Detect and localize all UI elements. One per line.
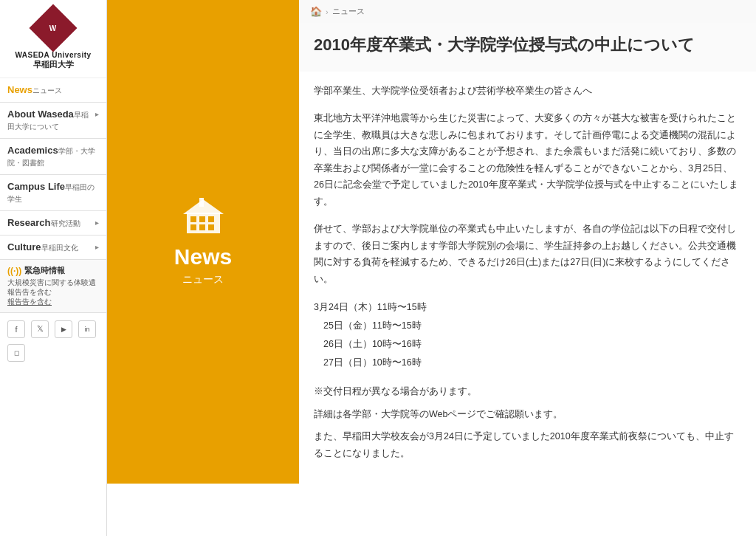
nav-item-en-3: Campus Life: [7, 181, 65, 192]
sidebar-item-about-waseda[interactable]: ▸About Waseda早稲田大学について: [0, 103, 106, 139]
sidebar-item-culture[interactable]: ▸Culture早稲田文化: [0, 236, 106, 260]
note2: 詳細は各学部・大学院等のWebページでご確認願います。: [314, 406, 741, 423]
sidebar: W WASEDA University 早稲田大学 Newsニュース▸About…: [0, 0, 107, 536]
svg-rect-9: [201, 198, 202, 199]
svg-rect-3: [208, 216, 214, 222]
main-content: News ニュース 🏠 › ニュース 2010年度卒業式・大学院学位授与式の中止…: [107, 0, 756, 536]
content-wrapper: News ニュース 🏠 › ニュース 2010年度卒業式・大学院学位授与式の中止…: [107, 0, 756, 484]
svg-rect-6: [208, 224, 214, 230]
article-intro: 学部卒業生、大学院学位受領者および芸術学校卒業生の皆さんへ: [314, 83, 741, 100]
note1: ※交付日程が異なる場合があります。: [314, 383, 741, 400]
youtube-icon[interactable]: ▶: [55, 320, 72, 338]
nav-item-en-2: Academics: [7, 145, 58, 156]
news-banner: News ニュース: [107, 0, 299, 484]
nav-arrow-icon-1: ▸: [95, 110, 99, 118]
sidebar-item-research[interactable]: ▸Research研究活動: [0, 211, 106, 236]
nav-item-ja-5: 早稲田文化: [41, 244, 78, 252]
sidebar-item-academics[interactable]: Academics学部・大学院・図書館: [0, 139, 106, 175]
svg-rect-2: [199, 216, 205, 222]
schedule-item-3: 27日（日）10時〜16時: [314, 354, 741, 372]
nav-item-en-4: Research: [7, 217, 51, 228]
nav-item-ja-0: ニュース: [32, 86, 62, 95]
breadcrumb-separator: ›: [326, 7, 329, 16]
nav-arrow-icon-5: ▸: [95, 243, 99, 251]
banner-icon: [183, 198, 224, 237]
schedule-item-2: 26日（土）10時〜16時: [314, 335, 741, 354]
schedule-item-0: 3月24日（木）11時〜15時: [314, 298, 741, 317]
logo-text-en: WASEDA University: [7, 51, 99, 59]
emergency-box: ((·)) 緊急時情報 大規模災害に関する体験遺報告告を含む 報告告を含む: [0, 260, 106, 313]
article-para3: また、早稲田大学校友会が3月24日に予定していました2010年度卒業式前夜祭につ…: [314, 428, 741, 461]
logo-text-ja: 早稲田大学: [7, 59, 99, 70]
sidebar-item-news[interactable]: Newsニュース: [0, 78, 106, 103]
nav-item-en-5: Culture: [7, 241, 41, 252]
linkedin-icon[interactable]: in: [78, 320, 96, 338]
twitter-icon[interactable]: 𝕏: [31, 320, 49, 338]
nav-item-ja-4: 研究活動: [51, 219, 80, 227]
article-para1: 東北地方太平洋沖地震等から生じた災害によって、大変多くの方々が甚大な被害を受けら…: [314, 110, 741, 210]
nav-arrow-icon-4: ▸: [95, 219, 99, 227]
schedule-item-1: 25日（金）11時〜15時: [314, 317, 741, 335]
svg-rect-5: [199, 224, 205, 230]
svg-rect-1: [190, 216, 196, 222]
emergency-desc: 大規模災害に関する体験遺報告告を含む: [7, 278, 99, 298]
svg-rect-4: [190, 224, 196, 230]
sidebar-item-campus-life[interactable]: Campus Life早稲田の学生: [0, 175, 106, 211]
article-title: 2010年度卒業式・大学院学位授与式の中止について: [299, 23, 756, 72]
nav-list: Newsニュース▸About Waseda早稲田大学についてAcademics学…: [0, 78, 106, 260]
article-body: 学部卒業生、大学院学位受領者および芸術学校卒業生の皆さんへ 東北地方太平洋沖地震…: [299, 72, 756, 484]
instagram-icon[interactable]: ◻: [7, 344, 25, 362]
emergency-link[interactable]: 報告告を含む: [7, 298, 99, 307]
social-icons: f 𝕏 ▶ in ◻: [0, 313, 106, 369]
breadcrumb: 🏠 › ニュース: [299, 0, 756, 23]
article-area: 🏠 › ニュース 2010年度卒業式・大学院学位授与式の中止について 学部卒業生…: [299, 0, 756, 484]
banner-title-ja: ニュース: [182, 273, 224, 286]
logo-inner: W: [49, 24, 56, 32]
home-icon[interactable]: 🏠: [310, 6, 322, 17]
facebook-icon[interactable]: f: [7, 320, 25, 338]
article-para2: 併せて、学部および大学院単位の卒業式も中止いたしますが、各自の学位記は以下の日程…: [314, 221, 741, 287]
breadcrumb-current: ニュース: [332, 6, 365, 17]
emergency-wave-icon: ((·)): [7, 266, 21, 276]
banner-title-en: News: [174, 244, 232, 269]
nav-item-en-0: News: [7, 84, 32, 95]
logo-diamond: W: [29, 4, 77, 52]
nav-item-en-1: About Waseda: [7, 109, 74, 120]
emergency-title: ((·)) 緊急時情報: [7, 265, 99, 276]
logo-area: W WASEDA University 早稲田大学: [0, 0, 106, 78]
schedule-list: 3月24日（木）11時〜15時 25日（金）11時〜15時 26日（土）10時〜…: [314, 298, 741, 372]
